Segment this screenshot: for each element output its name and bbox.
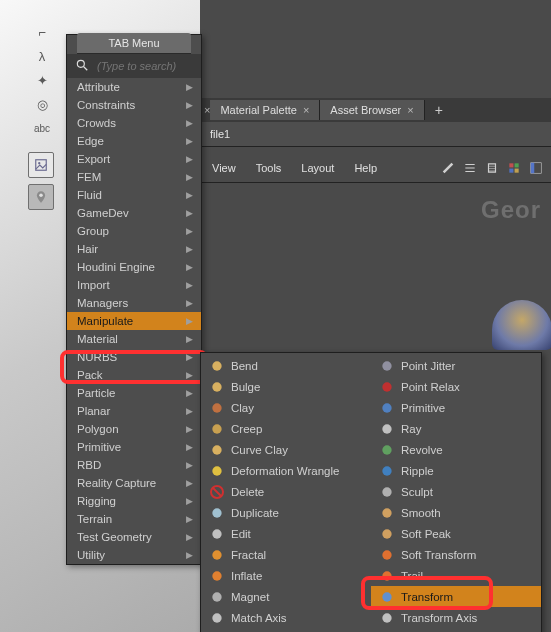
tab-menu-item-attribute[interactable]: Attribute▶ [67,78,201,96]
tab-menu-item-group[interactable]: Group▶ [67,222,201,240]
submenu-item-soft-transform[interactable]: Soft Transform [371,544,541,565]
tab-menu-item-reality-capture[interactable]: Reality Capture▶ [67,474,201,492]
submenu-item-bulge[interactable]: Bulge [201,376,371,397]
tool-pin-icon[interactable] [28,184,54,210]
tab-menu-item-utility[interactable]: Utility▶ [67,546,201,564]
chevron-right-icon: ▶ [186,244,193,254]
submenu-item-smooth[interactable]: Smooth [371,502,541,523]
list-icon[interactable] [463,161,477,175]
tab-menu-item-houdini-engine[interactable]: Houdini Engine▶ [67,258,201,276]
tab-menu-item-fluid[interactable]: Fluid▶ [67,186,201,204]
submenu-item-edit[interactable]: Edit [201,523,371,544]
palette-icon[interactable] [529,161,543,175]
menu-layout[interactable]: Layout [301,162,334,174]
tab-menu-item-managers[interactable]: Managers▶ [67,294,201,312]
submenu-item-transform-by-attribute[interactable]: Transform by Attribute [371,628,541,632]
submenu-item-curve-clay[interactable]: Curve Clay [201,439,371,460]
tab-menu-item-import[interactable]: Import▶ [67,276,201,294]
tab-menu-item-edge[interactable]: Edge▶ [67,132,201,150]
chevron-right-icon: ▶ [186,514,193,524]
menu-item-label: FEM [77,171,101,183]
add-tab-button[interactable]: + [425,98,453,122]
node-type-icon [209,463,225,479]
tab-menu-item-hair[interactable]: Hair▶ [67,240,201,258]
tool-branch-icon[interactable]: λ [28,44,56,68]
network-menu-bar: View Tools Layout Help [200,154,551,183]
submenu-item-soft-peak[interactable]: Soft Peak [371,523,541,544]
svg-rect-4 [515,163,519,167]
network-path-bar[interactable]: file1 [200,122,551,147]
tab-menu-item-particle[interactable]: Particle▶ [67,384,201,402]
submenu-item-transform-axis[interactable]: Transform Axis [371,607,541,628]
submenu-item-ripple[interactable]: Ripple [371,460,541,481]
tab-menu-item-nurbs[interactable]: NURBS▶ [67,348,201,366]
tab-menu-item-rigging[interactable]: Rigging▶ [67,492,201,510]
submenu-item-inflate[interactable]: Inflate [201,565,371,586]
submenu-item-primitive[interactable]: Primitive [371,397,541,418]
submenu-item-magnet[interactable]: Magnet [201,586,371,607]
network-toolbar-icons [441,161,543,175]
svg-point-26 [382,403,391,412]
svg-point-14 [212,445,221,454]
submenu-item-clay[interactable]: Clay [201,397,371,418]
submenu-item-delete[interactable]: Delete [201,481,371,502]
tab-menu-item-rbd[interactable]: RBD▶ [67,456,201,474]
tool-bracket-icon[interactable]: ⌐ [28,20,56,44]
svg-rect-5 [509,169,513,173]
tab-menu-item-crowds[interactable]: Crowds▶ [67,114,201,132]
tab-menu-item-manipulate[interactable]: Manipulate▶ [67,312,201,330]
tab-menu-item-polygon[interactable]: Polygon▶ [67,420,201,438]
svg-point-28 [382,445,391,454]
svg-rect-8 [531,163,535,174]
menu-item-label: Primitive [77,441,121,453]
submenu-item-match-axis[interactable]: Match Axis [201,607,371,628]
menu-item-label: Polygon [77,423,119,435]
search-input[interactable] [95,59,193,73]
submenu-item-revolve[interactable]: Revolve [371,439,541,460]
submenu-item-ray[interactable]: Ray [371,418,541,439]
node-type-icon [379,358,395,374]
tab-menu-item-constraints[interactable]: Constraints▶ [67,96,201,114]
submenu-item-point-relax[interactable]: Point Relax [371,376,541,397]
wrench-icon[interactable] [441,161,455,175]
node-type-icon [209,568,225,584]
node-type-icon [209,484,225,500]
submenu-item-point-jitter[interactable]: Point Jitter [371,355,541,376]
submenu-item-fractal[interactable]: Fractal [201,544,371,565]
tab-menu-item-primitive[interactable]: Primitive▶ [67,438,201,456]
submenu-item-duplicate[interactable]: Duplicate [201,502,371,523]
pane-tab-asset-browser[interactable]: Asset Browser × [320,100,424,120]
grid-icon[interactable] [507,161,521,175]
submenu-item-label: Ripple [401,465,434,477]
submenu-item-deformation-wrangle[interactable]: Deformation Wrangle [201,460,371,481]
network-node-file1[interactable]: file1 [492,300,551,350]
close-icon[interactable]: × [303,104,309,116]
submenu-item-match-size[interactable]: Match Size [201,628,371,632]
submenu-item-sculpt[interactable]: Sculpt [371,481,541,502]
tab-menu-item-gamedev[interactable]: GameDev▶ [67,204,201,222]
tool-spark-icon[interactable]: ✦ [28,68,56,92]
path-text: file1 [210,128,230,140]
list2-icon[interactable] [485,161,499,175]
tab-menu-item-material[interactable]: Material▶ [67,330,201,348]
menu-tools[interactable]: Tools [256,162,282,174]
tab-menu-item-test-geometry[interactable]: Test Geometry▶ [67,528,201,546]
tool-abc-icon[interactable]: abc [28,116,56,140]
menu-help[interactable]: Help [354,162,377,174]
submenu-item-creep[interactable]: Creep [201,418,371,439]
submenu-item-transform[interactable]: Transform [371,586,541,607]
tool-target-icon[interactable]: ◎ [28,92,56,116]
tab-menu-item-fem[interactable]: FEM▶ [67,168,201,186]
tab-menu-item-terrain[interactable]: Terrain▶ [67,510,201,528]
menu-view[interactable]: View [212,162,236,174]
pane-tab-material-palette[interactable]: Material Palette × [210,100,320,120]
submenu-item-bend[interactable]: Bend [201,355,371,376]
close-icon[interactable]: × [407,104,413,116]
tab-menu-item-export[interactable]: Export▶ [67,150,201,168]
tab-menu-item-planar[interactable]: Planar▶ [67,402,201,420]
tab-menu-search[interactable] [67,54,201,78]
submenu-item-trail[interactable]: Trail [371,565,541,586]
tool-image-icon[interactable] [28,152,54,178]
submenu-item-label: Primitive [401,402,445,414]
tab-menu-item-pack[interactable]: Pack▶ [67,366,201,384]
